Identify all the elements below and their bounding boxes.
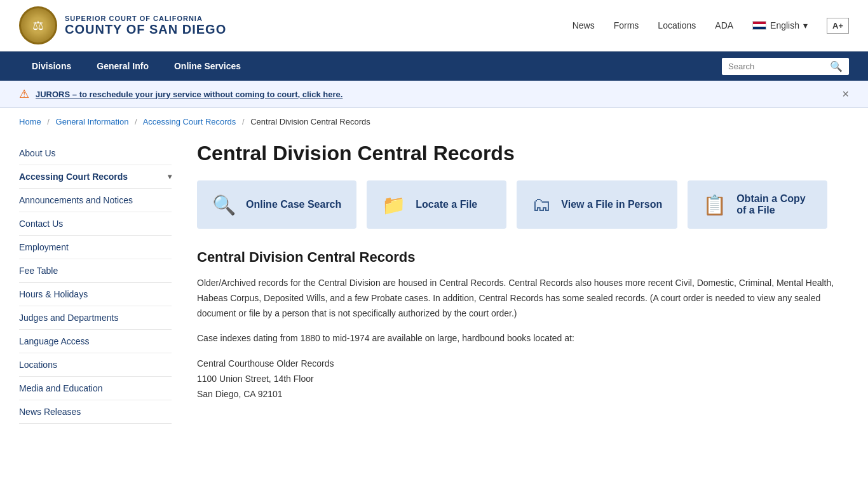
- chevron-right-icon: ▾: [168, 172, 172, 181]
- folder-icon: 📁: [382, 194, 405, 216]
- sidebar-label-employment: Employment: [19, 242, 69, 252]
- top-header: ⚖ SUPERIOR COURT OF CALIFORNIA COUNTY OF…: [0, 0, 868, 51]
- sidebar-item-contact-us[interactable]: Contact Us: [19, 212, 172, 236]
- chevron-down-icon: ▾: [803, 20, 808, 30]
- nav-divisions[interactable]: Divisions: [19, 51, 84, 81]
- sidebar-label-media: Media and Education: [19, 383, 103, 393]
- sidebar-item-announcements[interactable]: Announcements and Notices: [19, 189, 172, 212]
- card-grid: 🔍 Online Case Search 📁 Locate a File 🗂 V…: [197, 180, 849, 229]
- card-label-online-search: Online Case Search: [246, 199, 341, 210]
- search-area: 🔍: [722, 58, 849, 75]
- sidebar-label-accessing: Accessing Court Records: [19, 172, 128, 182]
- section-paragraph-2: Case indexes dating from 1880 to mid-197…: [197, 331, 849, 346]
- search-icon: 🔍: [212, 194, 236, 216]
- nav-forms[interactable]: Forms: [614, 20, 639, 30]
- search-icon[interactable]: 🔍: [830, 60, 843, 72]
- breadcrumb-sep-1: /: [47, 117, 50, 126]
- breadcrumb-home[interactable]: Home: [19, 117, 41, 126]
- file-view-icon: 🗂: [532, 194, 551, 215]
- card-view-file[interactable]: 🗂 View a File in Person: [517, 180, 677, 229]
- language-selector[interactable]: English ▾: [752, 20, 808, 30]
- breadcrumb-accessing-records[interactable]: Accessing Court Records: [143, 117, 236, 126]
- alert-bar: ⚠ JURORS – to reschedule your jury servi…: [0, 81, 868, 108]
- breadcrumb-general-info[interactable]: General Information: [56, 117, 129, 126]
- sidebar-item-hours-holidays[interactable]: Hours & Holidays: [19, 283, 172, 306]
- alert-content: ⚠ JURORS – to reschedule your jury servi…: [19, 87, 342, 101]
- card-obtain-copy[interactable]: 📋 Obtain a Copy of a File: [688, 180, 827, 229]
- font-size-button[interactable]: A+: [827, 18, 849, 34]
- card-locate-file[interactable]: 📁 Locate a File: [367, 180, 506, 229]
- top-nav: News Forms Locations ADA English ▾ A+: [573, 18, 849, 34]
- card-label-locate: Locate a File: [416, 199, 477, 210]
- court-seal: ⚖: [19, 6, 57, 44]
- main-area: Central Division Central Records 🔍 Onlin…: [197, 135, 849, 424]
- section-title: Central Division Central Records: [197, 249, 849, 266]
- sidebar-item-employment[interactable]: Employment: [19, 236, 172, 259]
- sidebar: About Us Accessing Court Records ▾ Annou…: [19, 135, 172, 424]
- search-box: 🔍: [722, 58, 849, 75]
- card-label-obtain: Obtain a Copy of a File: [736, 193, 812, 216]
- breadcrumb: Home / General Information / Accessing C…: [0, 108, 868, 135]
- sidebar-label-about-us: About Us: [19, 148, 56, 158]
- sidebar-label-news: News Releases: [19, 407, 81, 417]
- card-label-view: View a File in Person: [561, 199, 662, 210]
- sidebar-item-fee-table[interactable]: Fee Table: [19, 259, 172, 283]
- sidebar-label-announcements: Announcements and Notices: [19, 195, 133, 205]
- sidebar-label-contact: Contact Us: [19, 219, 63, 229]
- logo-text: SUPERIOR COURT OF CALIFORNIA COUNTY OF S…: [65, 15, 226, 37]
- section-paragraph-3: Central Courthouse Older Records 1100 Un…: [197, 356, 849, 402]
- section-paragraph-1: Older/Archived records for the Central D…: [197, 276, 849, 321]
- main-nav-items: Divisions General Info Online Services: [19, 51, 254, 81]
- sidebar-item-accessing-court-records[interactable]: Accessing Court Records ▾: [19, 165, 172, 189]
- alert-link[interactable]: JURORS – to reschedule your jury service…: [36, 90, 342, 99]
- sidebar-item-news-releases[interactable]: News Releases: [19, 400, 172, 424]
- sidebar-item-about-us[interactable]: About Us: [19, 142, 172, 165]
- nav-ada[interactable]: ADA: [715, 20, 733, 30]
- sidebar-item-media[interactable]: Media and Education: [19, 377, 172, 400]
- breadcrumb-current: Central Division Central Records: [250, 117, 370, 126]
- nav-locations[interactable]: Locations: [658, 20, 696, 30]
- sidebar-label-fee: Fee Table: [19, 266, 58, 276]
- logo-title: COUNTY OF SAN DIEGO: [65, 22, 226, 37]
- main-nav: Divisions General Info Online Services 🔍: [0, 51, 868, 81]
- breadcrumb-sep-3: /: [242, 117, 245, 126]
- breadcrumb-sep-2: /: [135, 117, 137, 126]
- language-label: English: [770, 20, 799, 30]
- sidebar-label-hours: Hours & Holidays: [19, 289, 88, 299]
- logo-subtitle: SUPERIOR COURT OF CALIFORNIA: [65, 15, 226, 22]
- sidebar-item-locations[interactable]: Locations: [19, 353, 172, 377]
- copy-icon: 📋: [703, 194, 726, 216]
- page-content: About Us Accessing Court Records ▾ Annou…: [0, 135, 868, 449]
- sidebar-label-language: Language Access: [19, 336, 90, 346]
- nav-online-services[interactable]: Online Services: [161, 51, 254, 81]
- page-title: Central Division Central Records: [197, 135, 849, 165]
- alert-icon: ⚠: [19, 87, 29, 101]
- sidebar-item-judges[interactable]: Judges and Departments: [19, 306, 172, 330]
- card-online-case-search[interactable]: 🔍 Online Case Search: [197, 180, 356, 229]
- nav-general-info[interactable]: General Info: [84, 51, 161, 81]
- search-input[interactable]: [728, 62, 826, 71]
- flag-icon: [752, 21, 766, 30]
- sidebar-label-judges: Judges and Departments: [19, 313, 118, 323]
- close-icon[interactable]: ×: [842, 88, 849, 101]
- nav-news[interactable]: News: [573, 20, 595, 30]
- sidebar-label-locations: Locations: [19, 360, 57, 370]
- logo-area: ⚖ SUPERIOR COURT OF CALIFORNIA COUNTY OF…: [19, 6, 226, 44]
- sidebar-item-language[interactable]: Language Access: [19, 330, 172, 353]
